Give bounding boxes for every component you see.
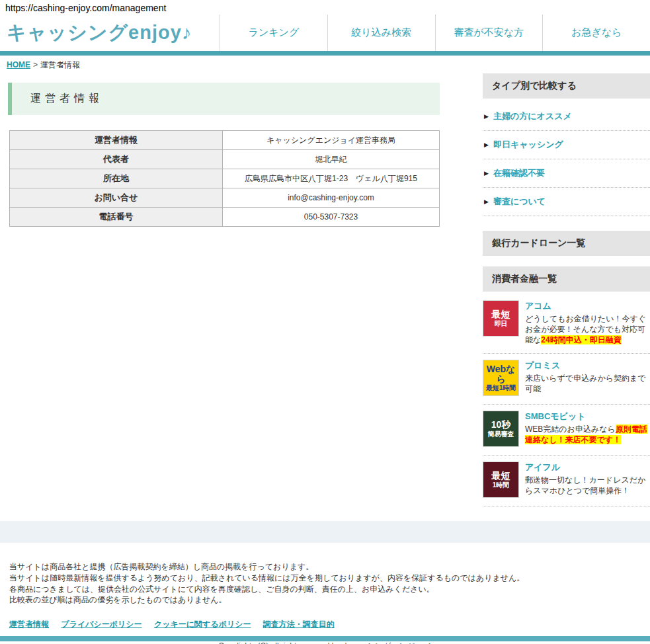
ad-title-link[interactable]: プロミス xyxy=(525,360,650,372)
disclaimer-line: 当サイトは随時最新情報を提供するよう努めており、記載されている情報には万全を期し… xyxy=(9,573,641,584)
ad-body: SMBCモビット WEB完結のお申込みなら原則電話連絡なし！来店不要です！ xyxy=(525,411,650,447)
ad-thumb-text: 10秒 xyxy=(491,420,511,430)
type-link-label[interactable]: 即日キャッシング xyxy=(493,140,563,149)
ad-acom: 最短 即日 アコム どうしてもお金借りたい！今すぐお金が必要！そんな方でも対応可… xyxy=(483,294,650,354)
disclaimer-line: 各商品につきましては、提供会社の公式サイトにて内容を再度確認し、ご自身の判断、責… xyxy=(9,584,641,595)
nav-item-filter-search[interactable]: 絞り込み検索 xyxy=(327,15,435,51)
table-row: 電話番号 050-5307-7323 xyxy=(10,208,440,227)
ad-desc-highlight: 24時間申込・即日融資 xyxy=(541,335,621,344)
content-area: 運営者情報 運営者情報 キャッシングエンジョイ運営事務局 代表者 堀北早紀 所在… xyxy=(0,73,650,506)
type-link-label[interactable]: 在籍確認不要 xyxy=(493,168,545,178)
ad-desc-text: 郵送物一切なし！カードレスだからスマホひとつで簡単操作！ xyxy=(525,475,645,495)
sidebar-item-no-employment-check[interactable]: ▶在籍確認不要 xyxy=(483,159,650,188)
ad-banner-image[interactable]: 最短 1時間 xyxy=(483,462,519,498)
ad-thumb-text: 1時間 xyxy=(493,481,510,489)
sidebar-item-housewives[interactable]: ▶主婦の方にオススメ xyxy=(483,102,650,131)
sidebar: タイプ別で比較する ▶主婦の方にオススメ ▶即日キャッシング ▶在籍確認不要 ▶… xyxy=(483,73,650,506)
table-row: 運営者情報 キャッシングエンジョイ運営事務局 xyxy=(10,131,440,150)
row-value: 050-5307-7323 xyxy=(223,208,440,227)
ad-title-link[interactable]: アコム xyxy=(525,300,650,312)
triangle-right-icon: ▶ xyxy=(484,113,489,120)
row-label: 運営者情報 xyxy=(10,131,223,150)
type-link-label[interactable]: 審査について xyxy=(493,196,546,206)
site-header: キャッシングenjoy♪ ランキング 絞り込み検索 審査が不安な方 お急ぎなら xyxy=(0,15,650,56)
sidebar-item-about-screening[interactable]: ▶審査について xyxy=(483,188,650,216)
footer-links: 運営者情報 プライバシーポリシー クッキーに関するポリシー 調査方法・調査目的 xyxy=(9,619,650,630)
type-link-label[interactable]: 主婦の方にオススメ xyxy=(493,111,572,121)
ad-banner-image[interactable]: Webなら 最短1時間 xyxy=(483,360,519,396)
ad-thumb-text: Webなら xyxy=(483,364,518,385)
ad-banner-image[interactable]: 最短 即日 xyxy=(483,300,519,337)
table-row: 代表者 堀北早紀 xyxy=(10,150,440,169)
ad-banner-image[interactable]: 10秒 簡易審査 xyxy=(483,411,519,447)
table-row: お問い合せ info@cashing-enjoy.com xyxy=(10,188,440,208)
row-label: 電話番号 xyxy=(10,208,223,227)
ad-body: アコム どうしてもお金借りたい！今すぐお金が必要！そんな方でも対応可能な24時間… xyxy=(525,300,650,345)
ad-thumb-text: 最短 xyxy=(492,471,510,481)
ad-smbc-mobit: 10秒 簡易審査 SMBCモビット WEB完結のお申込みなら原則電話連絡なし！来… xyxy=(483,405,650,456)
row-label: 所在地 xyxy=(10,169,223,188)
page-footer: 当サイトは商品各社と提携（広告掲載契約を締結）し商品の掲載を行っております。 当… xyxy=(0,521,650,644)
footer-link-cookie-policy[interactable]: クッキーに関するポリシー xyxy=(154,620,251,629)
ad-thumb-text: 簡易審査 xyxy=(488,430,514,438)
page-url-text: https://cashing-enjoy.com/management xyxy=(0,0,650,15)
triangle-right-icon: ▶ xyxy=(484,141,489,148)
ad-description: 郵送物一切なし！カードレスだからスマホひとつで簡単操作！ xyxy=(525,475,650,496)
sidebar-header-consumer-finance[interactable]: 消費者金融一覧 xyxy=(483,266,650,292)
triangle-right-icon: ▶ xyxy=(484,198,489,205)
footer-band xyxy=(0,521,650,543)
row-label: お問い合せ xyxy=(10,188,223,208)
footer-link-privacy-policy[interactable]: プライバシーポリシー xyxy=(61,620,142,629)
sidebar-header-bank-card-loans[interactable]: 銀行カードローン一覧 xyxy=(483,231,650,256)
ad-description: どうしてもお金借りたい！今すぐお金が必要！そんな方でも対応可能な24時間申込・即… xyxy=(525,313,650,345)
breadcrumb-current: 運営者情報 xyxy=(40,60,80,69)
ad-description: WEB完結のお申込みなら原則電話連絡なし！来店不要です！ xyxy=(525,424,650,445)
ad-thumb-text: 最短 xyxy=(492,309,510,319)
ad-promise: Webなら 最短1時間 プロミス 来店いらずで申込みから契約まで可能 xyxy=(483,354,650,405)
footer-link-survey-method[interactable]: 調査方法・調査目的 xyxy=(263,620,335,629)
nav-item-screening-worries[interactable]: 審査が不安な方 xyxy=(435,15,543,51)
sidebar-header-compare-by-type: タイプ別で比較する xyxy=(483,73,650,99)
operator-info-table: 運営者情報 キャッシングエンジョイ運営事務局 代表者 堀北早紀 所在地 広島県広… xyxy=(9,130,440,227)
ad-body: プロミス 来店いらずで申込みから契約まで可能 xyxy=(525,360,650,396)
disclaimer-line: 比較表の並び順は商品の優劣を示したものではありません。 xyxy=(9,594,641,606)
row-value: 堀北早紀 xyxy=(223,150,440,169)
ad-desc-text: WEB完結のお申込みなら xyxy=(525,424,616,434)
ad-aiful: 最短 1時間 アイフル 郵送物一切なし！カードレスだからスマホひとつで簡単操作！ xyxy=(483,456,650,506)
sidebar-item-same-day-cashing[interactable]: ▶即日キャッシング xyxy=(483,131,650,159)
site-logo[interactable]: キャッシングenjoy♪ xyxy=(0,15,220,51)
row-label: 代表者 xyxy=(10,150,223,169)
breadcrumb-separator: > xyxy=(33,60,38,69)
row-value: info@cashing-enjoy.com xyxy=(223,188,440,208)
disclaimer-text: 当サイトは商品各社と提携（広告掲載契約を締結）し商品の掲載を行っております。 当… xyxy=(9,561,641,606)
type-links-list: ▶主婦の方にオススメ ▶即日キャッシング ▶在籍確認不要 ▶審査について xyxy=(483,102,650,216)
disclaimer-line: 当サイトは商品各社と提携（広告掲載契約を締結）し商品の掲載を行っております。 xyxy=(9,561,641,573)
ad-desc-text: 来店いらずで申込みから契約まで可能 xyxy=(525,374,646,393)
breadcrumb: HOME>運営者情報 xyxy=(0,56,650,73)
triangle-right-icon: ▶ xyxy=(484,170,489,177)
row-value: 広島県広島市中区八丁堀1-23 ヴェル八丁堀915 xyxy=(223,169,440,188)
ad-thumb-text: 即日 xyxy=(495,320,508,327)
page-title: 運営者情報 xyxy=(8,83,440,115)
bottom-accent-bar xyxy=(0,636,650,641)
ad-title-link[interactable]: SMBCモビット xyxy=(525,411,650,423)
ad-thumb-text: 最短1時間 xyxy=(486,384,516,391)
ad-description: 来店いらずで申込みから契約まで可能 xyxy=(525,373,650,394)
ad-body: アイフル 郵送物一切なし！カードレスだからスマホひとつで簡単操作！ xyxy=(525,462,650,498)
footer-link-operator-info[interactable]: 運営者情報 xyxy=(9,620,49,629)
table-row: 所在地 広島県広島市中区八丁堀1-23 ヴェル八丁堀915 xyxy=(10,169,440,188)
main-column: 運営者情報 運営者情報 キャッシングエンジョイ運営事務局 代表者 堀北早紀 所在… xyxy=(0,73,440,227)
nav-item-in-a-hurry[interactable]: お急ぎなら xyxy=(542,15,650,51)
nav-item-ranking[interactable]: ランキング xyxy=(220,15,327,51)
breadcrumb-home-link[interactable]: HOME xyxy=(7,60,30,69)
main-nav: ランキング 絞り込み検索 審査が不安な方 お急ぎなら xyxy=(220,15,650,51)
row-value: キャッシングエンジョイ運営事務局 xyxy=(223,131,440,150)
ad-title-link[interactable]: アイフル xyxy=(525,462,650,473)
